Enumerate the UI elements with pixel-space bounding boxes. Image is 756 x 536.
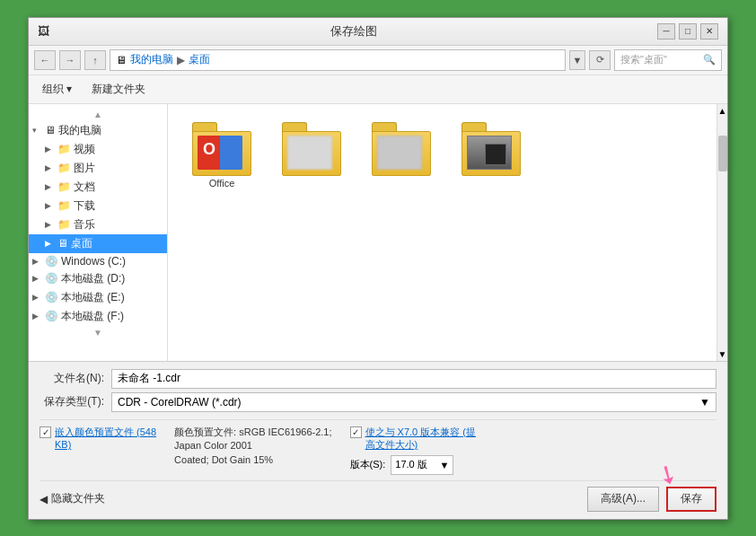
bottom-section: 文件名(N): 保存类型(T): CDR - CorelDRAW (*.cdr)…: [29, 361, 727, 519]
location-icon: 🖥: [116, 54, 127, 66]
up-button[interactable]: ↑: [84, 50, 106, 70]
color-profile-label: 颜色预置文件: sRGB IEC61966-2.1;: [174, 426, 331, 439]
action-buttons: 高级(A)... ➘ 保存: [587, 487, 716, 512]
breadcrumb-desktop[interactable]: 桌面: [189, 52, 210, 67]
folder-icon: 📁: [57, 218, 71, 231]
back-button[interactable]: ←: [34, 50, 56, 70]
embed-color-option: 嵌入颜色预置文件 (548KB): [40, 426, 156, 452]
title-bar: 🖼 保存绘图 ─ □ ✕: [29, 18, 727, 46]
color-profile: 颜色预置文件: sRGB IEC61966-2.1; Japan Color 2…: [174, 426, 331, 467]
folder-office[interactable]: O Office: [186, 122, 258, 189]
drive-icon: 💿: [45, 310, 58, 322]
save-button[interactable]: 保存: [666, 487, 716, 512]
organize-button[interactable]: 组织 ▾: [36, 79, 78, 100]
sidebar-item-mycomputer[interactable]: ▾ 🖥 我的电脑: [29, 121, 167, 140]
close-button[interactable]: ✕: [700, 23, 718, 40]
filetype-value: CDR - CorelDRAW (*.cdr): [118, 396, 242, 409]
sidebar-item-documents[interactable]: ▶ 📁 文档: [29, 178, 167, 197]
breadcrumb-bar[interactable]: 🖥 我的电脑 ▶ 桌面: [110, 49, 566, 71]
compat-checkbox[interactable]: [350, 426, 362, 438]
hide-folders-label: 隐藏文件夹: [51, 491, 105, 506]
hide-folders[interactable]: ◀ 隐藏文件夹: [40, 491, 105, 506]
drive-icon: 💿: [45, 291, 58, 303]
filename-input[interactable]: [111, 369, 716, 389]
scrollbar[interactable]: ▲ ▼: [716, 104, 727, 361]
filetype-label: 保存类型(T):: [40, 394, 111, 409]
options-row: 嵌入颜色预置文件 (548KB) 颜色预置文件: sRGB IEC61966-2…: [40, 419, 716, 481]
search-text: 搜索"桌面": [620, 53, 667, 66]
version-group: 版本(S): 17.0 版 ▼: [350, 455, 476, 475]
version-label: 版本(S):: [350, 458, 386, 471]
sidebar-item-music[interactable]: ▶ 📁 音乐: [29, 215, 167, 234]
advanced-button[interactable]: 高级(A)...: [587, 487, 659, 512]
breadcrumb-mycomputer[interactable]: 我的电脑: [130, 52, 173, 67]
toolbar: 组织 ▾ 新建文件夹: [29, 75, 727, 104]
compat-option: 使之与 X7.0 版本兼容 (提高文件大小): [350, 426, 476, 452]
embed-color-label[interactable]: 嵌入颜色预置文件 (548KB): [55, 426, 156, 452]
sidebar-item-pictures[interactable]: ▶ 📁 图片: [29, 159, 167, 178]
filetype-select[interactable]: CDR - CorelDRAW (*.cdr) ▼: [111, 392, 716, 412]
sidebar: ▲ ▾ 🖥 我的电脑 ▶ 📁 视频 ▶ 📁 图片 ▶ 📁 文档: [29, 104, 168, 361]
filetype-dropdown-icon: ▼: [699, 396, 710, 409]
filename-label: 文件名(N):: [40, 371, 111, 386]
embed-color-checkbox[interactable]: [40, 426, 51, 438]
sidebar-item-video[interactable]: ▶ 📁 视频: [29, 140, 167, 159]
scroll-up-arrow[interactable]: ▲: [716, 104, 727, 118]
scroll-down-arrow[interactable]: ▼: [716, 347, 727, 361]
folder-office-label: Office: [209, 178, 235, 189]
scroll-up[interactable]: ▲: [29, 108, 167, 121]
window-controls: ─ □ ✕: [657, 23, 718, 40]
save-dialog: 🖼 保存绘图 ─ □ ✕ ← → ↑ 🖥 我的电脑 ▶ 桌面 ▼ ⟳ 搜索"桌面…: [28, 17, 728, 520]
folder-4[interactable]: [455, 122, 527, 189]
sidebar-item-windows-c[interactable]: ▶ 💿 Windows (C:): [29, 253, 167, 269]
sidebar-item-desktop[interactable]: ▶ 🖥 桌面: [29, 234, 167, 253]
action-row: ◀ 隐藏文件夹 高级(A)... ➘ 保存: [40, 487, 716, 512]
desktop-icon: 🖥: [57, 237, 68, 250]
file-area: O Office: [168, 104, 716, 361]
sidebar-item-drive-e[interactable]: ▶ 💿 本地磁盘 (E:): [29, 288, 167, 307]
version-select[interactable]: 17.0 版 ▼: [391, 455, 453, 475]
filename-row: 文件名(N):: [40, 369, 716, 389]
folder-icon: 📁: [57, 162, 71, 174]
sidebar-item-drive-d[interactable]: ▶ 💿 本地磁盘 (D:): [29, 269, 167, 288]
version-value: 17.0 版: [395, 458, 426, 471]
folder-icon: 📁: [57, 199, 71, 212]
drive-icon: 💿: [45, 272, 58, 285]
sidebar-item-drive-f[interactable]: ▶ 💿 本地磁盘 (F:): [29, 307, 167, 326]
folder-grid: O Office: [177, 113, 708, 198]
filetype-row: 保存类型(T): CDR - CorelDRAW (*.cdr) ▼: [40, 392, 716, 412]
compat-label[interactable]: 使之与 X7.0 版本兼容 (提高文件大小): [365, 426, 476, 452]
folder-icon: 📁: [57, 180, 71, 193]
folder-2[interactable]: [276, 122, 347, 189]
sidebar-item-downloads[interactable]: ▶ 📁 下载: [29, 197, 167, 215]
title-icon: 🖼: [38, 24, 49, 38]
main-area: ▲ ▾ 🖥 我的电脑 ▶ 📁 视频 ▶ 📁 图片 ▶ 📁 文档: [29, 104, 727, 361]
chevron-left-icon: ◀: [40, 493, 48, 505]
dropdown-button[interactable]: ▼: [569, 50, 585, 70]
folder-icon: 📁: [57, 143, 71, 155]
maximize-button[interactable]: □: [679, 23, 697, 40]
new-folder-button[interactable]: 新建文件夹: [85, 79, 152, 100]
folder-3[interactable]: [365, 122, 437, 189]
organize-label: 组织 ▾: [42, 82, 72, 97]
computer-icon: 🖥: [45, 124, 56, 136]
scroll-thumb[interactable]: [718, 136, 727, 171]
search-bar[interactable]: 搜索"桌面" 🔍: [614, 49, 722, 71]
search-icon: 🔍: [703, 54, 716, 66]
save-area: ➘ 保存: [666, 487, 716, 512]
refresh-button[interactable]: ⟳: [589, 50, 611, 70]
version-dropdown-icon: ▼: [439, 460, 449, 470]
compat-section: 使之与 X7.0 版本兼容 (提高文件大小) 版本(S): 17.0 版 ▼: [350, 426, 476, 475]
navigation-bar: ← → ↑ 🖥 我的电脑 ▶ 桌面 ▼ ⟳ 搜索"桌面" 🔍: [29, 46, 727, 75]
new-folder-label: 新建文件夹: [92, 82, 145, 97]
scroll-down[interactable]: ▼: [29, 326, 167, 339]
forward-button[interactable]: →: [59, 50, 81, 70]
drive-icon: 💿: [45, 255, 58, 268]
dialog-title: 保存绘图: [49, 23, 657, 40]
minimize-button[interactable]: ─: [657, 23, 675, 40]
